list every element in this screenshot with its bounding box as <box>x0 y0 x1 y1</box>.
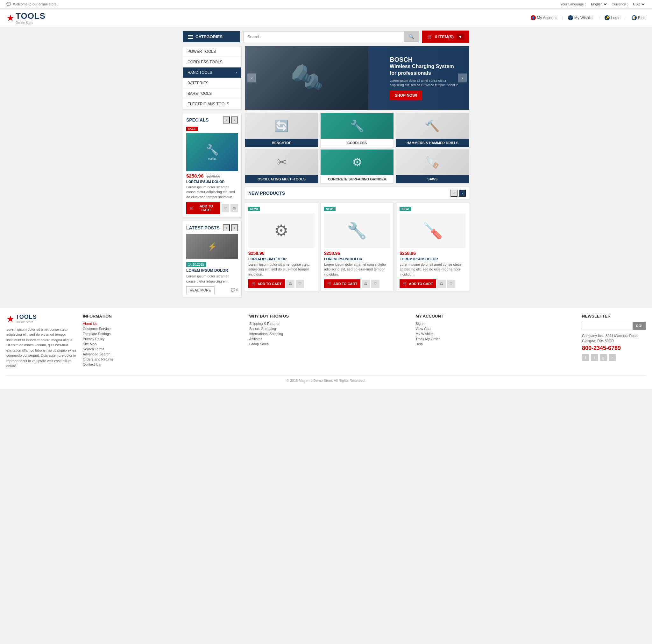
special-add-to-cart[interactable]: 🛒 ADD TO CART <box>186 202 220 214</box>
slider-prev[interactable]: ‹ <box>247 74 256 82</box>
compare-btn-3[interactable]: ⚖ <box>437 280 446 288</box>
footer-secure-shopping[interactable]: Secure Shopping <box>249 327 409 331</box>
footer-my-wishlist[interactable]: My Wishlist <box>415 332 576 336</box>
facebook-icon[interactable]: f <box>582 354 589 361</box>
footer-sign-in[interactable]: Sign In <box>415 322 576 326</box>
product-name-3[interactable]: LOREM IPSUM DOLOR <box>400 257 466 261</box>
footer-contact-us[interactable]: Contact Us <box>83 362 243 366</box>
cart-icon-2: 🛒 <box>327 282 332 286</box>
sidebar-item-hand-tools[interactable]: HAND TOOLS › <box>183 67 241 78</box>
oscillating-label: OSCILLATING MULTI-TOOLS <box>245 175 318 183</box>
blog-label: Blog <box>638 16 646 20</box>
saws-label: SAWS <box>396 175 469 183</box>
product-name-1[interactable]: LOREM IPSUM DOLOR <box>248 257 315 261</box>
specials-next[interactable]: › <box>231 116 238 123</box>
new-products-prev[interactable]: ‹ <box>451 190 458 197</box>
comment-count: 💬 0 <box>231 288 238 292</box>
rss-icon[interactable]: r <box>609 354 616 361</box>
header-nav: 👤 My Account | ♡ My Wishlist | 🔑 Login |… <box>531 15 646 20</box>
special-product-name[interactable]: LOREM IPSUM DOLOR <box>186 180 238 184</box>
search-input[interactable] <box>243 31 404 42</box>
new-products-nav: ‹ › <box>451 190 466 197</box>
footer-privacy-policy[interactable]: Privacy Policy <box>83 337 243 341</box>
categories-button[interactable]: CATEGORIES <box>183 31 240 42</box>
language-select[interactable]: English French <box>590 2 608 6</box>
footer-group-sales[interactable]: Group Sales <box>249 342 409 346</box>
cart-icon-1: 🛒 <box>251 282 256 286</box>
newsletter-email-input[interactable] <box>582 322 632 330</box>
special-compare-btn[interactable]: ⚖ <box>230 204 238 212</box>
special-product-image: 🔧 makita <box>186 133 238 171</box>
special-wishlist-btn[interactable]: ♡ <box>222 204 229 212</box>
newsletter-submit[interactable]: GO! <box>632 322 646 330</box>
sidebar-item-cordless-tools[interactable]: CORDLESS TOOLS <box>183 57 241 67</box>
footer-phone: 800-2345-6789 <box>582 345 646 352</box>
footer-logo-texts: TOOLS Online Store <box>16 314 37 324</box>
category-saws[interactable]: 🪚 SAWS <box>396 149 469 184</box>
product-name-2[interactable]: LOREM IPSUM DOLOR <box>324 257 390 261</box>
category-benchtop[interactable]: 🔄 BENCHTOP <box>245 113 318 147</box>
sidebar-item-power-tools[interactable]: POWER TOOLS <box>183 47 241 57</box>
wishlist-btn-2[interactable]: ♡ <box>371 280 379 288</box>
footer-search-terms[interactable]: Search Terms <box>83 347 243 351</box>
currency-label: Currency : <box>612 2 628 6</box>
footer-col-information: INFORMATION About Us Customer Service Te… <box>83 314 243 369</box>
footer-help[interactable]: Help <box>415 342 576 346</box>
googleplus-icon[interactable]: g <box>600 354 607 361</box>
product-actions-1: 🛒 ADD TO CART ⚖ ♡ <box>248 279 315 288</box>
footer-shipping[interactable]: Shipping & Returns <box>249 322 409 326</box>
footer-view-cart[interactable]: View Cart <box>415 327 576 331</box>
specials-title: SPECIALS <box>186 117 209 122</box>
currency-select[interactable]: USD EUR <box>632 2 646 6</box>
logo[interactable]: ★ TOOLS Online Store <box>6 11 46 25</box>
main-content: 🔩 BOSCH Wireless Charging System for pro… <box>245 46 469 298</box>
category-hammers[interactable]: 🔨 HAMMERS & HAMMER DRILLS <box>396 113 469 147</box>
posts-prev[interactable]: ‹ <box>223 224 230 231</box>
footer-track-order[interactable]: Track My Order <box>415 337 576 341</box>
sidebar: POWER TOOLS CORDLESS TOOLS HAND TOOLS › … <box>183 46 242 298</box>
add-to-cart-label-1: ADD TO CART <box>257 282 282 286</box>
cart-button[interactable]: 🛒 0 ITEM(S) ▼ <box>422 31 469 43</box>
footer-affiliates[interactable]: Affiliates <box>249 337 409 341</box>
wishlist-btn-1[interactable]: ♡ <box>296 280 304 288</box>
compare-btn-1[interactable]: ⚖ <box>286 280 295 288</box>
wishlist-link[interactable]: ♡ My Wishlist <box>568 15 594 20</box>
category-cordless[interactable]: 🔧 CORDLESS <box>320 113 394 147</box>
category-oscillating[interactable]: ✂ OSCILLATING MULTI-TOOLS <box>245 149 318 184</box>
new-products-next[interactable]: › <box>459 190 466 197</box>
footer-international-shipping[interactable]: International Shipping <box>249 332 409 336</box>
blog-link[interactable]: 📝 Blog <box>632 15 646 20</box>
compare-btn-2[interactable]: ⚖ <box>362 280 370 288</box>
footer-advanced-search[interactable]: Advanced Search <box>83 352 243 356</box>
product-actions-3: 🛒 ADD TO CART ⚖ ♡ <box>400 279 466 288</box>
add-to-cart-2[interactable]: 🛒 ADD TO CART <box>324 279 361 288</box>
my-account-link[interactable]: 👤 My Account <box>531 15 557 20</box>
shop-now-button[interactable]: SHOP NOW! <box>390 90 422 100</box>
add-to-cart-3[interactable]: 🛒 ADD TO CART <box>400 279 436 288</box>
footer-information-title: INFORMATION <box>83 314 243 318</box>
add-to-cart-1[interactable]: 🛒 ADD TO CART <box>248 279 285 288</box>
sidebar-item-bare-tools[interactable]: BARE TOOLS <box>183 88 241 99</box>
search-button[interactable]: 🔍 <box>404 31 419 42</box>
quick-view-btn-1[interactable]: 👁 QUICK VIEW <box>267 227 296 234</box>
footer-customer-service[interactable]: Customer Service <box>83 327 243 331</box>
footer-col-why-buy: WHY BUY FROM US Shipping & Returns Secur… <box>249 314 409 369</box>
specials-prev[interactable]: ‹ <box>223 116 230 123</box>
footer-orders-returns[interactable]: Orders and Returns <box>83 357 243 361</box>
login-link[interactable]: 🔑 Login <box>604 15 620 20</box>
footer-site-map[interactable]: Site Map <box>83 342 243 346</box>
sidebar-item-batteries[interactable]: BATTERIES <box>183 78 241 88</box>
sidebar-item-electricians-tools[interactable]: ELECTRICIANS TOOLS <box>183 99 241 109</box>
read-more-button[interactable]: READ MORE <box>186 286 215 294</box>
twitter-icon[interactable]: t <box>591 354 598 361</box>
wishlist-btn-3[interactable]: ♡ <box>447 280 455 288</box>
footer-about-us[interactable]: About Us <box>83 322 243 326</box>
cart-arrow: ▼ <box>456 34 464 40</box>
logo-text-wrap: TOOLS Online Store <box>16 11 46 25</box>
slider-next[interactable]: › <box>458 74 467 82</box>
category-concrete[interactable]: ⚙ CONCRETE SURFACING GRINDER <box>320 149 394 184</box>
posts-next[interactable]: › <box>231 224 238 231</box>
footer-template-settings[interactable]: Template Settings <box>83 332 243 336</box>
footer: ★ TOOLS Online Store Lorem ipsum dolor s… <box>0 307 652 389</box>
footer-logo[interactable]: ★ TOOLS Online Store <box>6 314 76 324</box>
